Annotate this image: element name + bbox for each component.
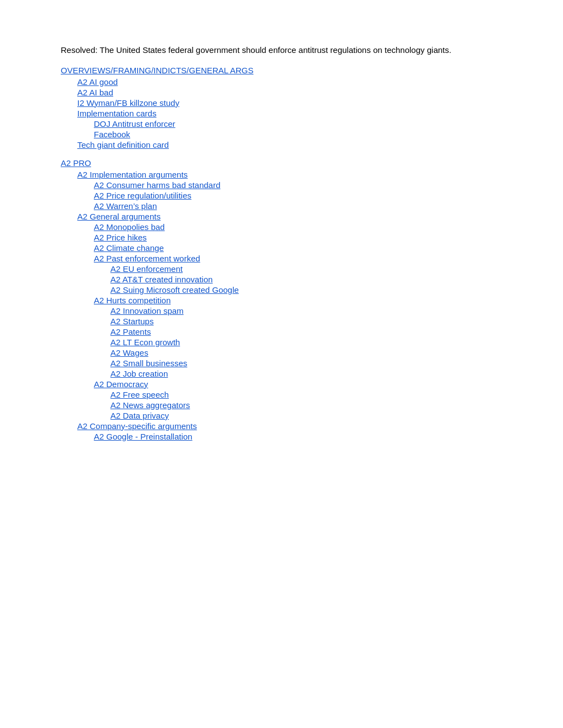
tree-item: A2 Monopolies bad (94, 222, 502, 232)
tree-link[interactable]: A2 Data privacy (110, 411, 169, 420)
tree-item: A2 Wages (110, 348, 502, 357)
tree-item: A2 AI good (77, 77, 502, 87)
tree-item: A2 Innovation spam (110, 306, 502, 315)
tree-item: A2 Startups (110, 317, 502, 326)
tree-item: A2 Free speech (110, 390, 502, 399)
tree-link[interactable]: A2 Consumer harms bad standard (94, 180, 220, 190)
tree-item: A2 Past enforcement worked (94, 254, 502, 263)
tree-link[interactable]: A2 Monopolies bad (94, 222, 164, 232)
tree-link[interactable]: A2 Patents (110, 327, 151, 336)
tree-link[interactable]: A2 Democracy (94, 379, 148, 389)
tree-link[interactable]: A2 Suing Microsoft created Google (110, 285, 239, 295)
nav-tree: OVERVIEWS/FRAMING/INDICTS/GENERAL ARGSA2… (61, 66, 502, 441)
tree-link[interactable]: A2 AI bad (77, 88, 113, 97)
tree-item: A2 Small businesses (110, 358, 502, 368)
tree-link[interactable]: A2 Wages (110, 348, 148, 357)
tree-link[interactable]: A2 Free speech (110, 390, 169, 399)
tree-link[interactable]: A2 Startups (110, 317, 153, 326)
tree-link[interactable]: A2 Google - Preinstallation (94, 432, 192, 441)
tree-link[interactable]: A2 EU enforcement (110, 264, 183, 274)
tree-link[interactable]: A2 Warren’s plan (94, 201, 157, 211)
tree-item: A2 AI bad (77, 88, 502, 97)
tree-item: A2 Google - Preinstallation (94, 432, 502, 441)
tree-item: A2 Job creation (110, 369, 502, 378)
tree-link[interactable]: DOJ Antitrust enforcer (94, 119, 176, 129)
tree-item: A2 PRO (61, 158, 502, 168)
tree-link[interactable]: OVERVIEWS/FRAMING/INDICTS/GENERAL ARGS (61, 66, 253, 75)
tree-item: A2 LT Econ growth (110, 338, 502, 347)
tree-item: A2 Implementation arguments (77, 170, 502, 179)
tree-item: DOJ Antitrust enforcer (94, 119, 502, 129)
tree-link[interactable]: Tech giant definition card (77, 140, 169, 149)
tree-item: A2 Climate change (94, 243, 502, 253)
tree-item: A2 AT&T created innovation (110, 275, 502, 284)
tree-link[interactable]: A2 Implementation arguments (77, 170, 188, 179)
tree-item: OVERVIEWS/FRAMING/INDICTS/GENERAL ARGS (61, 66, 502, 75)
tree-item: A2 Patents (110, 327, 502, 336)
tree-item: A2 Warren’s plan (94, 201, 502, 211)
tree-link[interactable]: A2 PRO (61, 158, 91, 168)
tree-link[interactable]: A2 Price hikes (94, 233, 147, 242)
tree-link[interactable]: Facebook (94, 130, 130, 139)
tree-item: A2 Suing Microsoft created Google (110, 285, 502, 295)
tree-item: A2 Democracy (94, 379, 502, 389)
tree-link[interactable]: A2 Hurts competition (94, 296, 171, 305)
tree-item: A2 General arguments (77, 212, 502, 221)
tree-link[interactable]: A2 Price regulation/utilities (94, 191, 192, 200)
tree-item: A2 Price hikes (94, 233, 502, 242)
tree-link[interactable]: A2 AT&T created innovation (110, 275, 213, 284)
tree-item: A2 Company-specific arguments (77, 421, 502, 431)
tree-link[interactable]: A2 General arguments (77, 212, 161, 221)
intro-text: Resolved: The United States federal gove… (61, 44, 502, 57)
tree-link[interactable]: A2 Innovation spam (110, 306, 184, 315)
tree-item: A2 Price regulation/utilities (94, 191, 502, 200)
tree-link[interactable]: A2 Company-specific arguments (77, 421, 197, 431)
tree-link[interactable]: A2 Small businesses (110, 358, 187, 368)
tree-link[interactable]: A2 Past enforcement worked (94, 254, 200, 263)
tree-item: Implementation cards (77, 109, 502, 118)
tree-item: I2 Wyman/FB killzone study (77, 98, 502, 108)
tree-link[interactable]: Implementation cards (77, 109, 156, 118)
tree-link[interactable]: I2 Wyman/FB killzone study (77, 98, 179, 108)
tree-spacer (61, 151, 502, 158)
tree-item: A2 Data privacy (110, 411, 502, 420)
tree-item: A2 EU enforcement (110, 264, 502, 274)
tree-link[interactable]: A2 Climate change (94, 243, 164, 253)
tree-item: A2 Hurts competition (94, 296, 502, 305)
tree-link[interactable]: A2 LT Econ growth (110, 338, 180, 347)
tree-link[interactable]: A2 News aggregators (110, 400, 190, 410)
tree-item: Facebook (94, 130, 502, 139)
tree-item: A2 News aggregators (110, 400, 502, 410)
tree-link[interactable]: A2 Job creation (110, 369, 168, 378)
tree-item: A2 Consumer harms bad standard (94, 180, 502, 190)
tree-link[interactable]: A2 AI good (77, 77, 118, 87)
tree-item: Tech giant definition card (77, 140, 502, 149)
